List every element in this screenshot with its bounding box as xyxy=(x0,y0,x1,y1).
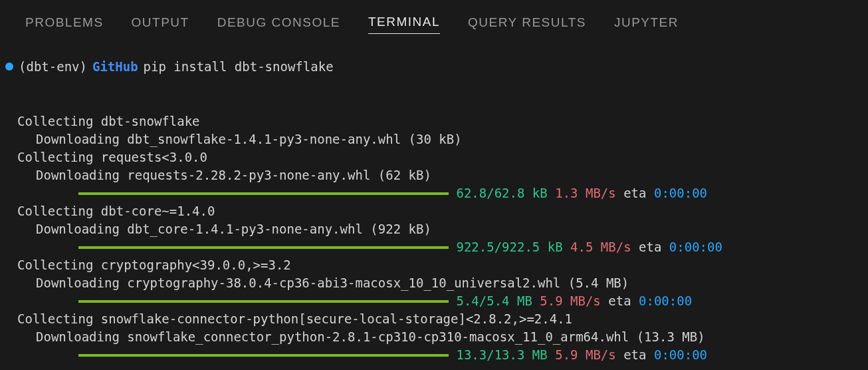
terminal-output[interactable]: (dbt-env) GitHub pip install dbt-snowfla… xyxy=(0,43,868,364)
collecting-line: Collecting requests<3.0.0 xyxy=(17,148,868,166)
prompt-env: (dbt-env) xyxy=(19,59,87,74)
tab-terminal[interactable]: TERMINAL xyxy=(368,15,440,34)
output-block: Collecting dbt-snowflake Downloading dbt… xyxy=(17,112,868,364)
progress-bar xyxy=(78,246,449,249)
collecting-line: Collecting cryptography<39.0.0,>=3.2 xyxy=(17,256,868,274)
progress-row: 13.3/13.3 MB 5.9 MB/s eta 0:00:00 xyxy=(17,346,868,364)
eta-label: eta xyxy=(639,238,661,256)
progress-row: 5.4/5.4 MB 5.9 MB/s eta 0:00:00 xyxy=(17,292,868,310)
eta-label: eta xyxy=(623,346,646,364)
downloading-line: Downloading dbt_core-1.4.1-py3-none-any.… xyxy=(17,220,868,238)
eta-value: 0:00:00 xyxy=(639,292,692,310)
progress-size: 62.8/62.8 kB xyxy=(456,184,547,202)
tab-query-results[interactable]: QUERY RESULTS xyxy=(468,15,586,34)
eta-value: 0:00:00 xyxy=(669,238,722,256)
collecting-line: Collecting dbt-snowflake xyxy=(17,112,868,130)
downloading-line: Downloading cryptography-38.0.4-cp36-abi… xyxy=(17,274,868,292)
tab-output[interactable]: OUTPUT xyxy=(132,15,189,34)
tab-problems[interactable]: PROBLEMS xyxy=(25,15,104,34)
eta-label: eta xyxy=(608,292,631,310)
eta-value: 0:00:00 xyxy=(654,184,707,202)
collecting-line: Collecting snowflake-connector-python[se… xyxy=(17,310,868,328)
progress-size: 13.3/13.3 MB xyxy=(456,346,547,364)
tab-debug-console[interactable]: DEBUG CONSOLE xyxy=(217,15,340,34)
collecting-line: Collecting dbt-core~=1.4.0 xyxy=(17,202,868,220)
progress-bar xyxy=(78,192,449,195)
downloading-line: Downloading requests-2.28.2-py3-none-any… xyxy=(17,166,868,184)
prompt-path: GitHub xyxy=(92,59,138,74)
prompt-command: pip install dbt-snowflake xyxy=(144,59,334,74)
progress-speed: 5.9 MB/s xyxy=(540,292,601,310)
progress-speed: 1.3 MB/s xyxy=(555,184,616,202)
tab-jupyter[interactable]: JUPYTER xyxy=(614,15,679,34)
panel-tabs: PROBLEMS OUTPUT DEBUG CONSOLE TERMINAL Q… xyxy=(0,0,868,43)
progress-row: 62.8/62.8 kB 1.3 MB/s eta 0:00:00 xyxy=(17,184,868,202)
downloading-line: Downloading dbt_snowflake-1.4.1-py3-none… xyxy=(17,130,868,148)
progress-speed: 4.5 MB/s xyxy=(570,238,631,256)
status-dot-icon xyxy=(5,63,13,71)
prompt-line: (dbt-env) GitHub pip install dbt-snowfla… xyxy=(5,59,868,74)
progress-bar xyxy=(78,354,449,357)
progress-row: 922.5/922.5 kB 4.5 MB/s eta 0:00:00 xyxy=(17,238,868,256)
progress-size: 922.5/922.5 kB xyxy=(456,238,562,256)
progress-size: 5.4/5.4 MB xyxy=(456,292,532,310)
downloading-line: Downloading snowflake_connector_python-2… xyxy=(17,328,868,346)
eta-value: 0:00:00 xyxy=(654,346,707,364)
eta-label: eta xyxy=(623,184,646,202)
progress-bar xyxy=(78,300,449,303)
progress-speed: 5.9 MB/s xyxy=(555,346,616,364)
